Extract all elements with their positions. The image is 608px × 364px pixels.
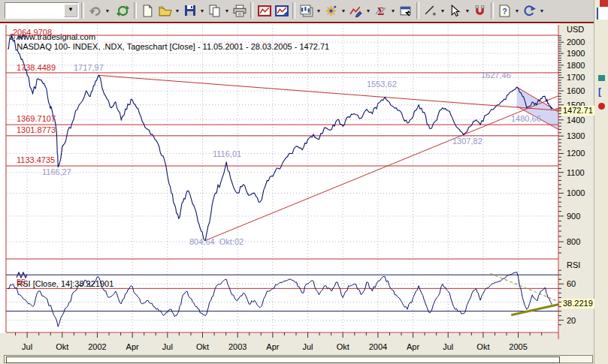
rsi-support-line <box>511 305 558 315</box>
x-tick-label: 2005 <box>509 342 527 351</box>
y-tick-label: 1300 <box>567 131 585 140</box>
x-tick-label: 2002 <box>88 342 106 351</box>
descending-resistance-line <box>98 75 558 110</box>
x-tick-label: 2003 <box>228 342 247 351</box>
x-tick-label: Okt <box>196 342 209 351</box>
level-value-label: 1738.4489 <box>17 64 56 72</box>
x-tick-label: Jul <box>162 342 173 351</box>
rsi-axis-label: RSI <box>567 260 580 269</box>
x-tick-label: Apr <box>407 342 419 351</box>
y-tick-label: 1400 <box>567 116 585 125</box>
y-tick-label: 1100 <box>567 168 585 177</box>
x-tick-label: Okt <box>56 342 68 351</box>
application-window: ▼ ▼ ▼ <box>0 0 608 364</box>
swing-point-label: 1166,27 <box>42 168 71 176</box>
y-tick-label: 1900 <box>567 49 585 58</box>
level-value-label: 2064.9708 <box>13 29 52 37</box>
chart-header: NASDAQ 100- INDEX, .NDX, Tageschart [Clo… <box>8 24 329 60</box>
y-tick-label: 900 <box>567 212 580 221</box>
x-tick-label: Jul <box>303 342 313 351</box>
rsi-tick-label: 20 <box>567 316 576 325</box>
swing-point-label: 804,64 Okt:02 <box>189 238 244 246</box>
x-tick-label: 2004 <box>369 342 387 351</box>
level-value-label: 55 <box>17 278 26 287</box>
swing-point-label: 1553,62 <box>367 80 397 89</box>
y-tick-label: 1000 <box>567 188 585 197</box>
y-tick-label: 1700 <box>567 73 585 82</box>
x-tick-label: Okt <box>337 342 349 351</box>
y-tick-label: 800 <box>567 237 580 246</box>
swing-point-label: 1480,66 <box>511 115 541 123</box>
price-axis-unit: USD <box>567 25 584 34</box>
x-tick-label: Okt <box>476 342 489 351</box>
x-tick-label: Apr <box>126 342 139 351</box>
y-tick-label: 1200 <box>567 149 585 158</box>
current-price-badge: 1472.71 <box>561 106 594 116</box>
rsi-title: RSI [Close, 14]:38.221901 <box>17 279 113 288</box>
rsi-tick-label: 60 <box>567 279 576 288</box>
x-tick-label: Jul <box>443 342 453 351</box>
chart-title: NASDAQ 100- INDEX, .NDX, Tageschart [Clo… <box>17 42 329 51</box>
level-value-label: 1133.4735 <box>17 156 55 164</box>
y-tick-label: 2000 <box>567 38 585 47</box>
level-value-label: 1301.8773 <box>17 126 56 134</box>
y-tick-label: 1800 <box>567 61 585 70</box>
current-rsi-badge: 38.2219 <box>561 299 594 308</box>
y-tick-label: 1600 <box>567 86 585 95</box>
swing-point-label: 1717,97 <box>74 64 104 72</box>
level-value-label: 1369.7107 <box>17 115 56 123</box>
swing-point-label: 1307,82 <box>452 137 482 146</box>
ascending-support-line <box>205 96 558 241</box>
x-tick-label: Apr <box>266 342 279 351</box>
x-tick-label: Jul <box>22 342 32 351</box>
swing-point-label: 1627,46 <box>481 71 511 80</box>
swing-point-label: 1116,01 <box>213 150 241 158</box>
